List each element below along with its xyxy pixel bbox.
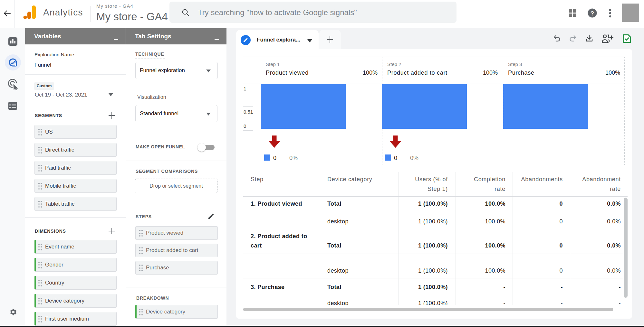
svg-text:?: ? [591,10,594,17]
